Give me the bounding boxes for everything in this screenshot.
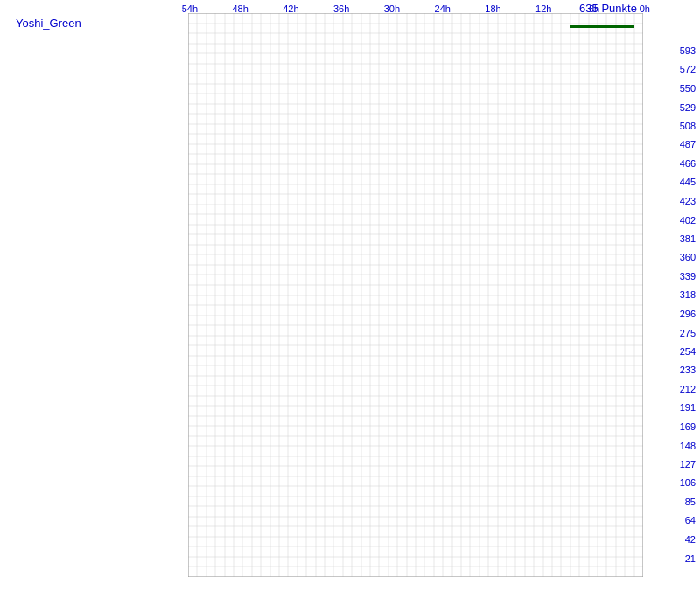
x-label--30h: -30h bbox=[381, 3, 400, 608]
y-label-508: 508 bbox=[680, 121, 696, 131]
y-label-21: 21 bbox=[685, 553, 696, 564]
x-label--18h: -18h bbox=[482, 3, 501, 608]
y-label-212: 212 bbox=[680, 384, 696, 394]
y-label-423: 423 bbox=[680, 196, 696, 206]
y-label-593: 593 bbox=[680, 45, 696, 56]
y-label-169: 169 bbox=[680, 421, 696, 432]
y-label-466: 466 bbox=[680, 158, 696, 169]
y-label-85: 85 bbox=[685, 497, 696, 507]
y-label-445: 445 bbox=[680, 177, 696, 187]
x-label--36h: -36h bbox=[330, 3, 349, 608]
y-label-487: 487 bbox=[680, 139, 696, 150]
y-label-148: 148 bbox=[680, 441, 696, 451]
y-label-233: 233 bbox=[680, 365, 696, 375]
y-label-572: 572 bbox=[680, 64, 696, 74]
y-label-296: 296 bbox=[680, 309, 696, 319]
y-label-127: 127 bbox=[680, 459, 696, 469]
y-label-106: 106 bbox=[680, 477, 696, 488]
y-label-339: 339 bbox=[680, 271, 696, 282]
x-label--54h: -54h bbox=[178, 3, 198, 608]
y-label-254: 254 bbox=[680, 346, 696, 357]
player-label: Yoshi_Green bbox=[16, 17, 81, 30]
y-label-529: 529 bbox=[680, 102, 696, 113]
score-line bbox=[570, 25, 634, 28]
y-label-318: 318 bbox=[680, 289, 696, 300]
x-label--12h: -12h bbox=[532, 3, 551, 608]
y-label-381: 381 bbox=[680, 233, 696, 244]
x-label--42h: -42h bbox=[280, 3, 299, 608]
y-label-191: 191 bbox=[680, 402, 696, 413]
y-label-275: 275 bbox=[680, 328, 696, 338]
y-label-402: 402 bbox=[680, 215, 696, 226]
y-label-64: 64 bbox=[685, 515, 696, 525]
y-label-360: 360 bbox=[680, 252, 696, 262]
x-label--6h: -6h bbox=[585, 3, 599, 608]
y-label-42: 42 bbox=[685, 534, 696, 545]
x-label--0h: -0h bbox=[636, 3, 650, 608]
y-label-550: 550 bbox=[680, 83, 696, 94]
chart-grid bbox=[188, 13, 643, 577]
x-label--48h: -48h bbox=[229, 3, 248, 608]
x-label--24h: -24h bbox=[431, 3, 451, 608]
